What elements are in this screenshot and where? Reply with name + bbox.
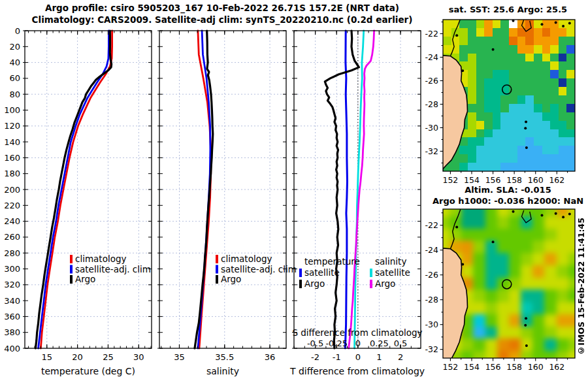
legend-group-title: salinity — [375, 256, 406, 267]
map-y-tick-label: -24 — [425, 245, 438, 255]
map-y-tick-label: -26 — [425, 270, 438, 280]
s-axis-tick-label: 0.5 — [394, 338, 408, 348]
x-tick-label: 20 — [72, 352, 83, 362]
map-y-tick-label: -22 — [425, 29, 438, 39]
x-tick-label: 36 — [265, 352, 276, 362]
map-x-tick-label: 152 — [442, 362, 458, 372]
island-dot — [455, 226, 458, 229]
panel-temperature_profile: 1520253002040608010012014016018020022024… — [4, 26, 152, 377]
map-x-tick-label: 162 — [549, 362, 564, 372]
x-axis-label: salinity — [206, 366, 239, 376]
coastline-north — [450, 209, 461, 249]
island-dot — [524, 127, 527, 129]
legend-marker — [216, 275, 218, 284]
depth-tick-label: 300 — [4, 264, 20, 274]
map-x-tick-label: 152 — [442, 175, 458, 185]
depth-tick-label: 280 — [4, 248, 20, 258]
island-dot — [555, 21, 557, 24]
legend-label: satellite-adj. clim — [75, 264, 151, 274]
s-axis-tick-label: 0.25 — [370, 338, 389, 348]
island-dot — [541, 214, 544, 217]
legend-salinity: salinitysatelliteArgo — [370, 256, 410, 289]
depth-tick-label: 320 — [4, 280, 20, 289]
island-dot — [525, 317, 527, 320]
x-tick-label: 15 — [41, 352, 52, 362]
map-y-tick-label: -32 — [425, 344, 438, 354]
imos-watermark: ©IMOS 15-Feb-2022 11:41:45 — [576, 218, 586, 355]
island-dot — [525, 344, 528, 347]
map-x-tick-label: 154 — [464, 175, 480, 185]
depth-tick-label: 140 — [4, 137, 20, 147]
legend-label: Argo — [221, 274, 241, 284]
x-tick-label: 0 — [355, 352, 361, 362]
depth-tick-label: 160 — [4, 153, 20, 163]
australia-landmass — [443, 56, 468, 173]
map-x-tick-label: 158 — [506, 362, 522, 372]
coastline-north — [450, 18, 461, 56]
island-dot — [524, 324, 527, 327]
island-dot — [568, 213, 571, 216]
island-dot — [568, 22, 571, 24]
island-dot — [492, 48, 495, 51]
depth-tick-label: 180 — [4, 169, 20, 178]
x-tick-label: -1 — [333, 352, 341, 362]
x-tick-label: 1 — [376, 352, 382, 362]
depth-tick-label: 340 — [4, 296, 20, 306]
legend-marker — [370, 280, 372, 288]
panel-salinity_profile: 3535.536salinityclimatologysatellite-adj… — [157, 31, 297, 376]
depth-tick-label: 240 — [4, 216, 20, 226]
depth-tick-label: 400 — [4, 344, 20, 354]
curve-sat-t-diff — [345, 31, 347, 348]
legend-label: Argo — [75, 274, 95, 284]
map-x-tick-label: 158 — [506, 175, 522, 185]
legend-marker — [70, 265, 73, 274]
x-tick-label: -2 — [311, 352, 319, 362]
island-dot — [455, 34, 458, 37]
map-x-tick-label: 156 — [485, 362, 501, 372]
map-x-tick-label: 156 — [485, 175, 501, 185]
map-y-tick-label: -32 — [425, 146, 438, 156]
legend-marker — [370, 269, 372, 277]
map-y-tick-label: -26 — [425, 76, 438, 86]
island-dot — [492, 240, 495, 243]
legend-marker — [70, 255, 73, 263]
depth-tick-label: 100 — [4, 105, 20, 115]
depth-tick-label: 120 — [4, 121, 20, 131]
map-y-tick-label: -30 — [425, 123, 438, 133]
sst_map-overlay: 152154156158160162-32-30-28-26-24-22 — [410, 14, 588, 197]
map-x-tick-label: 160 — [528, 175, 544, 185]
legend-marker — [70, 275, 73, 284]
x-axis-label: T difference from climatology — [289, 366, 425, 376]
map-y-tick-label: -22 — [425, 220, 438, 230]
depth-tick-label: 60 — [9, 73, 20, 83]
x-tick-label: 25 — [103, 352, 114, 362]
depth-tick-label: 380 — [4, 327, 20, 337]
legend-group-title: temperature — [304, 256, 360, 267]
legend-label: satellite — [304, 267, 340, 278]
legend-marker — [216, 255, 218, 263]
legend-marker — [216, 265, 218, 274]
s-axis-tick-label: 0 — [355, 338, 361, 348]
x-axis-label: temperature (deg C) — [41, 366, 135, 376]
island-dot — [562, 216, 564, 218]
map-y-tick-label: -28 — [425, 99, 438, 109]
depth-tick-label: 220 — [4, 201, 20, 210]
x-tick-label: 35 — [174, 352, 185, 362]
island-dot — [512, 210, 515, 213]
map-y-tick-label: -30 — [425, 320, 438, 329]
float-location-marker — [502, 85, 512, 94]
map-y-tick-label: -28 — [425, 295, 438, 305]
australia-landmass — [443, 248, 468, 372]
sst-map: 152154156158160162-32-30-28-26-24-22 — [443, 20, 575, 171]
panel-difference_profile: -2-1012T difference from climatologytemp… — [289, 31, 425, 376]
map-x-tick-label: 162 — [549, 175, 564, 185]
x-tick-label: 30 — [133, 352, 144, 362]
x-tick-label: 35.5 — [215, 352, 234, 362]
island-dot — [461, 69, 464, 72]
legend: climatologysatellite-adj. climArgo — [216, 254, 297, 284]
depth-tick-label: 20 — [9, 42, 20, 52]
argo-profile-dashboard: Argo profile: csiro 5905203_167 10-Feb-2… — [0, 0, 588, 379]
legend-temperature: temperaturesatelliteArgo — [299, 256, 360, 289]
legend-marker — [299, 280, 302, 288]
island-dot — [525, 146, 528, 149]
